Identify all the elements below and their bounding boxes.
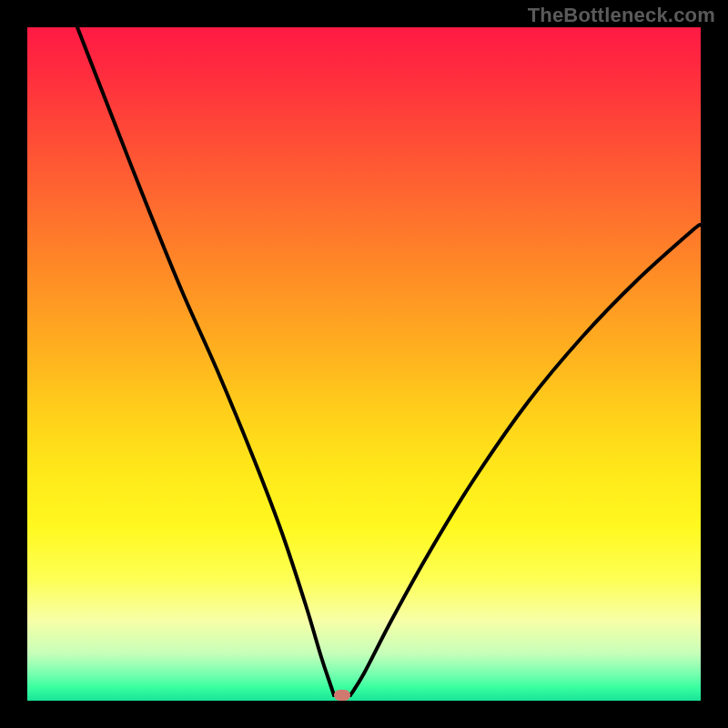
curve-left-branch	[77, 27, 334, 695]
plot-area	[27, 27, 701, 701]
curve-right-branch	[350, 225, 701, 695]
watermark-text: TheBottleneck.com	[528, 4, 715, 27]
minimum-marker	[334, 690, 350, 701]
chart-frame: TheBottleneck.com	[0, 0, 728, 728]
bottleneck-curve	[27, 27, 701, 701]
